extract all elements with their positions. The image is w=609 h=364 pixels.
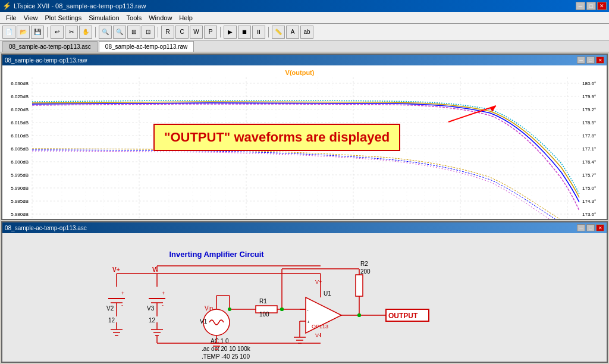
svg-point-101 [203,309,230,335]
open-button[interactable]: 📂 [17,26,30,39]
menu-tools[interactable]: Tools [123,13,146,23]
svg-text:174.3°: 174.3° [582,199,596,204]
cut-button[interactable]: ✂ [65,26,78,39]
svg-text:5.985dB: 5.985dB [11,199,29,204]
plot-window-controls[interactable]: ─ □ ✕ [577,57,604,64]
zoom-select-button[interactable]: ⊡ [142,26,155,39]
schematic-window-title: 08_sample-ac-temp-op113.asc [5,225,87,231]
svg-text:177.8°: 177.8° [582,133,596,139]
stop-button[interactable]: ⏹ [238,26,251,39]
svg-rect-149 [356,275,363,296]
menu-simulation[interactable]: Simulation [85,13,123,23]
undo-button[interactable]: ↩ [51,26,64,39]
text-button[interactable]: A [286,26,299,39]
menu-window[interactable]: Window [145,13,175,23]
svg-rect-73 [2,233,607,362]
svg-point-115 [228,307,231,311]
svg-text:179.2°: 179.2° [582,107,596,112]
minimize-button[interactable]: ─ [576,2,585,10]
toolbar-separator-2 [95,27,96,37]
schematic-window-controls[interactable]: ─ □ ✕ [577,224,604,231]
wire-button[interactable]: W [190,26,203,39]
plot-maximize-button[interactable]: □ [586,57,595,64]
svg-text:100: 100 [259,311,269,318]
title-bar-left: ⚡ LTspice XVII - 08_sample-ac-temp-op113… [2,2,146,10]
capacitor-button[interactable]: C [175,26,189,39]
hand-button[interactable]: ✋ [79,26,92,39]
new-schematic-button[interactable]: 📄 [2,26,15,39]
svg-text:Inverting Amplifier Circuit: Inverting Amplifier Circuit [169,250,264,259]
plot-minimize-button[interactable]: ─ [577,57,585,64]
svg-text:+: + [162,290,165,296]
tab-asc[interactable]: 08_sample-ac-temp-op113.asc [2,41,98,52]
svg-text:U1: U1 [324,290,331,297]
toolbar-separator-5 [268,27,269,37]
plot-window-title: 08_sample-ac-temp-op113.raw [5,57,87,64]
svg-point-154 [357,313,361,317]
title-bar: ⚡ LTspice XVII - 08_sample-ac-temp-op113… [0,0,609,12]
schematic-area[interactable]: Inverting Amplifier Circuit V+ V2 + - 12 [2,233,607,362]
svg-text:R2: R2 [360,261,368,267]
zoom-out-button[interactable]: 🔍 [113,26,126,39]
plot-area[interactable]: 10Hz 100Hz 1KHz 10KHz 100KHz 6.030dB 6.0… [2,65,607,219]
schematic-window: 08_sample-ac-temp-op113.asc ─ □ ✕ Invert… [1,221,608,363]
zoom-fit-button[interactable]: ⊞ [127,26,140,39]
svg-text:5.995dB: 5.995dB [11,172,29,178]
svg-text:6.030dB: 6.030dB [11,81,29,86]
svg-text:173.6°: 173.6° [582,212,596,217]
schematic-minimize-button[interactable]: ─ [577,224,585,231]
circuit-svg: Inverting Amplifier Circuit V+ V2 + - 12 [2,233,607,362]
save-button[interactable]: 💾 [31,26,44,39]
svg-text:175.0°: 175.0° [582,186,596,191]
menu-help[interactable]: Help [175,13,196,23]
toolbar: 📄 📂 💾 ↩ ✂ ✋ 🔍 🔍 ⊞ ⊡ R C W P ▶ ⏹ ⏸ 📏 A ab [0,24,609,40]
maximize-button[interactable]: □ [586,2,596,10]
svg-text:+: + [307,319,310,325]
zoom-in-button[interactable]: 🔍 [99,26,112,39]
run-button[interactable]: ▶ [224,26,237,39]
svg-text:V(output): V(output) [285,69,315,76]
menu-bar: File View Plot Settings Simulation Tools… [0,12,609,24]
pause-button[interactable]: ⏸ [252,26,265,39]
svg-text:12: 12 [108,317,115,324]
menu-plot-settings[interactable]: Plot Settings [41,13,85,23]
svg-text:179.9°: 179.9° [582,94,596,99]
svg-text:+: + [121,290,124,296]
svg-text:6.020dB: 6.020dB [11,107,29,112]
svg-text:176.4°: 176.4° [582,159,596,165]
svg-text:V2: V2 [106,305,114,312]
menu-file[interactable]: File [2,13,20,23]
tab-bar: 08_sample-ac-temp-op113.asc 08_sample-ac… [0,40,609,52]
main-content: 08_sample-ac-temp-op113.raw ─ □ ✕ [0,52,609,364]
label-button[interactable]: ab [300,26,313,39]
svg-point-153 [280,307,284,311]
svg-text:-: - [121,302,123,308]
svg-text:OUTPUT: OUTPUT [388,312,418,320]
tab-raw[interactable]: 08_sample-ac-temp-op113.raw [99,41,194,52]
plot-window-titlebar: 08_sample-ac-temp-op113.raw ─ □ ✕ [2,55,607,65]
close-button[interactable]: ✕ [597,2,607,10]
svg-text:V+: V+ [112,266,120,273]
svg-text:6.000dB: 6.000dB [11,159,29,165]
svg-text:175.7°: 175.7° [582,172,596,178]
plot-close-button[interactable]: ✕ [596,57,604,64]
menu-view[interactable]: View [20,13,42,23]
svg-text:OP113: OP113 [312,324,328,330]
schematic-close-button[interactable]: ✕ [596,224,604,231]
toolbar-separator-1 [47,27,48,37]
svg-text:178.5°: 178.5° [582,120,596,125]
app-title: LTspice XVII - 08_sample-ac-temp-op113.r… [14,2,146,10]
component-button[interactable]: P [204,26,217,39]
svg-text:-: - [307,307,309,313]
schematic-maximize-button[interactable]: □ [586,224,595,231]
title-bar-controls[interactable]: ─ □ ✕ [576,2,607,10]
measure-button[interactable]: 📏 [272,26,285,39]
svg-text:V-: V- [315,332,321,338]
resistor-button[interactable]: R [161,26,174,39]
toolbar-separator-3 [158,27,158,37]
svg-text:5.990dB: 5.990dB [11,186,29,191]
svg-text:12: 12 [149,317,156,324]
svg-text:6.015dB: 6.015dB [11,120,29,125]
plot-window: 08_sample-ac-temp-op113.raw ─ □ ✕ [1,54,608,220]
svg-text:-: - [162,302,164,308]
